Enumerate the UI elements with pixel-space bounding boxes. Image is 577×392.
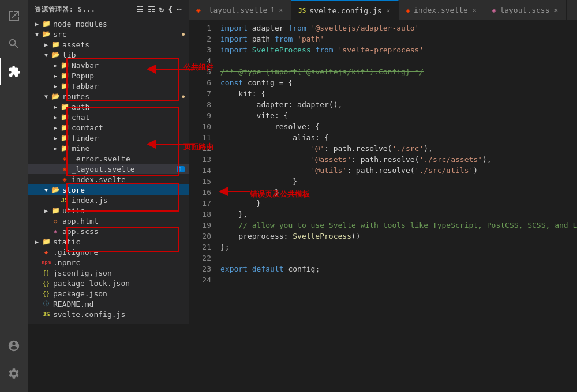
tree-assets[interactable]: ▶ 📁 assets xyxy=(28,39,189,50)
editor-content: 1 2 3 4 5 6 7 8 9 10 11 12 13 14 15 16 1… xyxy=(189,20,577,392)
readme-icon: ⓘ xyxy=(42,299,51,308)
code-line-10: resolve: { xyxy=(220,121,577,132)
tab-index-svelte[interactable]: ◈ index.svelte ✕ xyxy=(399,0,485,20)
tab-svelte-config-js[interactable]: JS svelte.config.js ✕ xyxy=(291,0,399,20)
index-svelte-label: index.svelte xyxy=(72,175,189,184)
tree-lib[interactable]: ▼ 📂 lib xyxy=(28,50,189,60)
src-arrow: ▼ xyxy=(32,29,42,39)
tab-svelte-config-js-label: svelte.config.js xyxy=(309,6,381,15)
settings-activity-icon[interactable] xyxy=(0,360,28,387)
tree-routes[interactable]: ▼ 📂 routes ● xyxy=(28,91,189,101)
new-file-header-icon[interactable]: ☵ xyxy=(136,5,144,14)
code-line-24 xyxy=(220,274,577,285)
extensions-activity-icon[interactable] xyxy=(0,58,28,85)
sidebar-header: 资源管理器: S... ☵ ☶ ↻ ❰ ⋯ xyxy=(28,0,189,18)
code-line-13: '@assets': path.resolve('./src/assets'), xyxy=(220,154,577,165)
sidebar-title: 资源管理器: S... xyxy=(35,5,96,14)
auth-arrow: ▶ xyxy=(51,102,60,111)
tree-mine[interactable]: ▶ 📁 mine xyxy=(28,143,189,153)
finder-arrow: ▶ xyxy=(51,133,60,142)
collapse-header-icon[interactable]: ❰ xyxy=(168,5,173,14)
package-json-icon: {} xyxy=(42,289,51,298)
annotation-gong-gong-zu-jian: 公共组件 xyxy=(183,62,213,73)
tree-npmrc[interactable]: ▶ npm .npmrc xyxy=(28,257,189,267)
tree-navbar[interactable]: ▶ 📁 Navbar xyxy=(28,60,189,70)
npmrc-icon: npm xyxy=(42,258,51,267)
tree-layout-svelte[interactable]: ▶ ◈ _layout.svelte 1 xyxy=(28,164,189,174)
store-index-js-label: index.js xyxy=(72,196,189,205)
refresh-header-icon[interactable]: ↻ xyxy=(159,5,164,14)
code-line-8: adapter: adapter(), xyxy=(220,99,577,110)
new-folder-header-icon[interactable]: ☶ xyxy=(148,5,156,14)
app-html-label: app.html xyxy=(62,217,189,225)
tree-contact[interactable]: ▶ 📁 contact xyxy=(28,122,189,133)
more-header-icon[interactable]: ⋯ xyxy=(177,5,182,14)
tab-svelte-config-js-close[interactable]: ✕ xyxy=(385,6,392,16)
tree-utils[interactable]: ▶ 📁 utils xyxy=(28,205,189,216)
chat-label: chat xyxy=(72,113,189,122)
tabbar-label: Tabbar xyxy=(72,82,189,91)
code-line-20: preprocess: SvelteProcess() xyxy=(220,231,577,242)
readme-label: README.md xyxy=(53,300,189,308)
index-svelte-icon: ◈ xyxy=(60,175,69,184)
tab-index-svelte-close[interactable]: ✕ xyxy=(471,5,478,15)
layout-svelte-label: _layout.svelte xyxy=(72,165,177,174)
tree-store[interactable]: ▼ 📂 store xyxy=(28,184,189,195)
tree-node-modules[interactable]: ▶ 📁 node_modules xyxy=(28,18,189,29)
tree-index-svelte[interactable]: ▶ ◈ index.svelte xyxy=(28,174,189,184)
code-line-9: vite: { xyxy=(220,110,577,121)
code-line-17: } xyxy=(220,198,577,209)
code-line-2: import path from 'path' xyxy=(220,33,577,44)
code-line-7: kit: { xyxy=(220,88,577,99)
code-line-12: '@': path.resolve('./src'), xyxy=(220,143,577,154)
lib-folder-icon: 📂 xyxy=(51,50,60,59)
contact-folder-icon: 📁 xyxy=(60,123,69,132)
tree-jsconfig-json[interactable]: ▶ {} jsconfig.json xyxy=(28,267,189,278)
search-activity-icon[interactable] xyxy=(0,30,28,58)
tree-store-index-js[interactable]: ▶ JS index.js xyxy=(28,195,189,205)
sidebar-header-icons: ☵ ☶ ↻ ❰ ⋯ xyxy=(136,5,182,14)
tab-layout-scss-close[interactable]: ✕ xyxy=(553,5,559,15)
account-activity-icon[interactable] xyxy=(0,332,28,360)
node-modules-arrow: ▶ xyxy=(32,19,42,28)
tree-tabbar[interactable]: ▶ 📁 Tabbar xyxy=(28,81,189,91)
tab-layout-svelte-close[interactable]: ✕ xyxy=(278,5,284,15)
gitignore-label: .gitignore xyxy=(53,248,189,257)
static-label: static xyxy=(53,238,189,246)
npmrc-label: .npmrc xyxy=(53,258,189,267)
tree-app-scss[interactable]: ▶ ◈ app.scss xyxy=(28,226,189,236)
tree-gitignore[interactable]: ▶ ◆ .gitignore xyxy=(28,247,189,257)
assets-folder-icon: 📁 xyxy=(51,40,60,49)
tab-layout-svelte-icon: ◈ xyxy=(196,6,201,14)
tree-static[interactable]: ▶ 📁 static xyxy=(28,236,189,247)
routes-arrow: ▼ xyxy=(42,92,51,101)
tree-src[interactable]: ▼ 📂 src ● xyxy=(28,29,189,39)
editor-container: ◈ _layout.svelte 1 ✕ JS svelte.config.js… xyxy=(189,0,577,392)
navbar-folder-icon: 📁 xyxy=(60,61,69,70)
tab-layout-svelte[interactable]: ◈ _layout.svelte 1 ✕ xyxy=(189,0,291,20)
tree-finder[interactable]: ▶ 📁 finder xyxy=(28,133,189,143)
src-label: src xyxy=(53,30,182,39)
mine-folder-icon: 📁 xyxy=(60,144,69,153)
explorer-icon[interactable] xyxy=(0,2,28,30)
finder-folder-icon: 📁 xyxy=(60,133,69,142)
tree-chat[interactable]: ▶ 📁 chat xyxy=(28,112,189,122)
sidebar: 资源管理器: S... ☵ ☶ ↻ ❰ ⋯ ▶ 📁 node_modules xyxy=(28,0,189,324)
tree-svelte-config-js[interactable]: ▶ JS svelte.config.js xyxy=(28,309,189,319)
chat-arrow: ▶ xyxy=(51,112,60,122)
tree-popup[interactable]: ▶ 📁 Popup xyxy=(28,70,189,81)
code-line-16: } xyxy=(220,187,577,198)
tab-layout-scss[interactable]: ◈ layout.scss ✕ xyxy=(485,0,567,20)
node-modules-label: node_modules xyxy=(53,20,189,28)
store-arrow: ▼ xyxy=(42,185,51,194)
code-line-15: } xyxy=(220,176,577,187)
tree-app-html[interactable]: ▶ ◇ app.html xyxy=(28,216,189,226)
app-html-icon: ◇ xyxy=(51,216,60,225)
tree-readme-md[interactable]: ▶ ⓘ README.md xyxy=(28,299,189,309)
tree-error-svelte[interactable]: ▶ ◈ _error.svelte xyxy=(28,153,189,164)
app-scss-icon: ◈ xyxy=(51,227,60,236)
code-line-18: }, xyxy=(220,209,577,220)
tree-package-lock-json[interactable]: ▶ {} package-lock.json xyxy=(28,278,189,288)
tree-auth[interactable]: ▶ 📁 auth xyxy=(28,101,189,112)
tree-package-json[interactable]: ▶ {} package.json xyxy=(28,288,189,299)
